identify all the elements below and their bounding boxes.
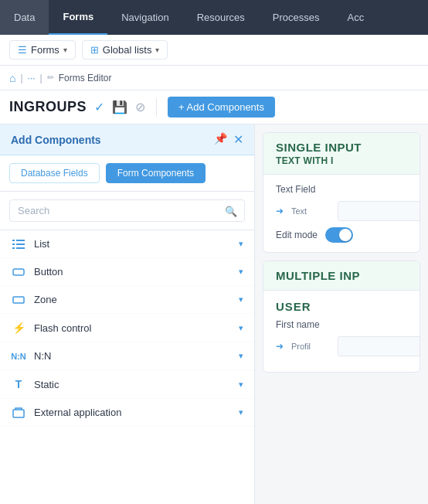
panel-header-actions: 📌 ✕ bbox=[214, 132, 243, 147]
external-app-label: External application bbox=[34, 407, 231, 418]
profile-arrow-icon: ➜ bbox=[276, 341, 284, 352]
svg-rect-5 bbox=[16, 247, 25, 249]
svg-rect-2 bbox=[12, 243, 15, 245]
user-subtitle: USER bbox=[276, 300, 311, 313]
svg-rect-1 bbox=[16, 240, 25, 241]
check-icon[interactable]: ✓ bbox=[94, 100, 104, 114]
nav-acc[interactable]: Acc bbox=[333, 0, 378, 35]
zone-icon bbox=[11, 296, 26, 304]
zone-expand-icon: ▾ bbox=[239, 295, 243, 305]
left-panel: Add Components 📌 ✕ Database Fields Form … bbox=[0, 124, 255, 504]
breadcrumb-sep-2: | bbox=[40, 73, 42, 83]
secondary-toolbar: ☰ Forms ▾ ⊞ Global lists ▾ bbox=[0, 35, 428, 66]
zone-item[interactable]: Zone ▾ bbox=[0, 286, 254, 314]
edit-mode-label: Edit mode bbox=[276, 230, 318, 240]
tab-row: Database Fields Form Components bbox=[0, 155, 254, 192]
list-item[interactable]: List ▾ bbox=[0, 230, 254, 258]
multiple-input-body: USER First name ➜ Profil bbox=[263, 291, 420, 372]
static-label: Static bbox=[34, 379, 231, 390]
breadcrumb-edit-icon: ✏ bbox=[47, 73, 54, 83]
text-field-row: Text Field bbox=[276, 184, 407, 195]
search-row: 🔍 bbox=[0, 192, 254, 230]
breadcrumb-sep-1: | bbox=[20, 73, 22, 83]
button-expand-icon: ▾ bbox=[239, 267, 243, 277]
external-app-expand-icon: ▾ bbox=[239, 407, 243, 417]
cancel-icon[interactable]: ⊘ bbox=[135, 100, 145, 114]
multiple-input-section: MULTIPLE INP USER First name ➜ Profil bbox=[263, 261, 420, 373]
breadcrumb: ⌂ | ··· | ✏ Forms Editor bbox=[0, 66, 428, 90]
top-nav: Data Forms Navigation Resources Processe… bbox=[0, 0, 428, 35]
list-label: List bbox=[34, 238, 231, 250]
global-lists-dropdown-arrow: ▾ bbox=[155, 46, 159, 54]
panel-header: Add Components 📌 ✕ bbox=[0, 124, 254, 155]
first-name-label: First name bbox=[276, 319, 320, 330]
list-expand-icon: ▾ bbox=[239, 239, 243, 249]
static-item[interactable]: T Static ▾ bbox=[0, 370, 254, 399]
tab-form-components[interactable]: Form Components bbox=[106, 163, 206, 183]
search-input[interactable] bbox=[9, 199, 245, 222]
external-app-item[interactable]: External application ▾ bbox=[0, 399, 254, 427]
profile-row: ➜ Profil bbox=[276, 336, 407, 356]
nav-processes[interactable]: Processes bbox=[259, 0, 334, 35]
text-arrow-icon: ➜ bbox=[276, 206, 284, 216]
close-icon[interactable]: ✕ bbox=[233, 132, 243, 147]
single-input-title: SINGLE INPUT bbox=[276, 141, 407, 154]
first-name-row: First name bbox=[276, 319, 407, 330]
external-app-icon bbox=[11, 407, 26, 418]
forms-dropdown-arrow: ▾ bbox=[63, 46, 67, 54]
static-expand-icon: ▾ bbox=[239, 380, 243, 390]
nn-item[interactable]: N:N N:N ▾ bbox=[0, 342, 254, 370]
flash-icon: ⚡ bbox=[11, 322, 26, 334]
zone-label: Zone bbox=[34, 294, 231, 305]
multiple-input-title: MULTIPLE INP bbox=[276, 269, 407, 282]
profile-label: Profil bbox=[291, 342, 330, 351]
edit-mode-row: Edit mode bbox=[276, 227, 407, 243]
text-input-row: ➜ Text bbox=[276, 201, 407, 221]
flash-control-item[interactable]: ⚡ Flash control ▾ bbox=[0, 314, 254, 342]
svg-rect-4 bbox=[12, 247, 15, 249]
global-lists-button[interactable]: ⊞ Global lists ▾ bbox=[82, 40, 168, 60]
text-label: Text bbox=[291, 206, 330, 216]
svg-rect-7 bbox=[13, 297, 24, 303]
nn-label: N:N bbox=[34, 350, 231, 362]
text-input[interactable] bbox=[338, 201, 420, 221]
nav-resources[interactable]: Resources bbox=[183, 0, 259, 35]
breadcrumb-current: Forms Editor bbox=[59, 73, 112, 83]
multiple-input-header: MULTIPLE INP bbox=[263, 261, 420, 291]
add-components-button[interactable]: + Add Components bbox=[168, 97, 275, 117]
nav-data[interactable]: Data bbox=[0, 0, 49, 35]
component-list: List ▾ Button ▾ Zone ▾ bbox=[0, 230, 254, 504]
breadcrumb-dots[interactable]: ··· bbox=[28, 73, 36, 83]
nn-icon: N:N bbox=[11, 352, 26, 361]
edit-mode-toggle[interactable] bbox=[325, 227, 353, 243]
user-title-row: USER bbox=[276, 300, 407, 313]
list-icon bbox=[11, 240, 26, 249]
right-panel: SINGLE INPUT TEXT WITH I Text Field ➜ Te… bbox=[255, 124, 428, 504]
nav-forms[interactable]: Forms bbox=[49, 0, 107, 35]
panel-title: Add Components bbox=[11, 134, 101, 146]
nav-navigation[interactable]: Navigation bbox=[107, 0, 182, 35]
flash-expand-icon: ▾ bbox=[239, 323, 243, 333]
home-icon[interactable]: ⌂ bbox=[9, 72, 15, 84]
tab-database-fields[interactable]: Database Fields bbox=[9, 163, 100, 183]
button-item[interactable]: Button ▾ bbox=[0, 258, 254, 286]
entity-name: INGROUPS bbox=[9, 99, 87, 115]
text-field-label: Text Field bbox=[276, 184, 315, 195]
single-input-body: Text Field ➜ Text Edit mode bbox=[263, 175, 420, 252]
main-layout: Add Components 📌 ✕ Database Fields Form … bbox=[0, 124, 428, 504]
flash-label: Flash control bbox=[34, 322, 231, 334]
search-icon: 🔍 bbox=[225, 205, 237, 216]
nn-expand-icon: ▾ bbox=[239, 351, 243, 361]
button-icon bbox=[11, 267, 26, 277]
profile-input[interactable] bbox=[338, 336, 420, 356]
forms-button[interactable]: ☰ Forms ▾ bbox=[9, 40, 76, 60]
global-lists-icon: ⊞ bbox=[90, 44, 99, 56]
save-icon[interactable]: 💾 bbox=[112, 100, 127, 114]
svg-rect-0 bbox=[12, 240, 15, 241]
pin-icon[interactable]: 📌 bbox=[214, 132, 227, 147]
svg-rect-3 bbox=[16, 243, 25, 245]
single-input-header: SINGLE INPUT TEXT WITH I bbox=[263, 133, 420, 175]
svg-rect-8 bbox=[13, 410, 24, 417]
single-input-subtitle: TEXT WITH I bbox=[276, 155, 407, 166]
forms-icon: ☰ bbox=[18, 44, 27, 56]
